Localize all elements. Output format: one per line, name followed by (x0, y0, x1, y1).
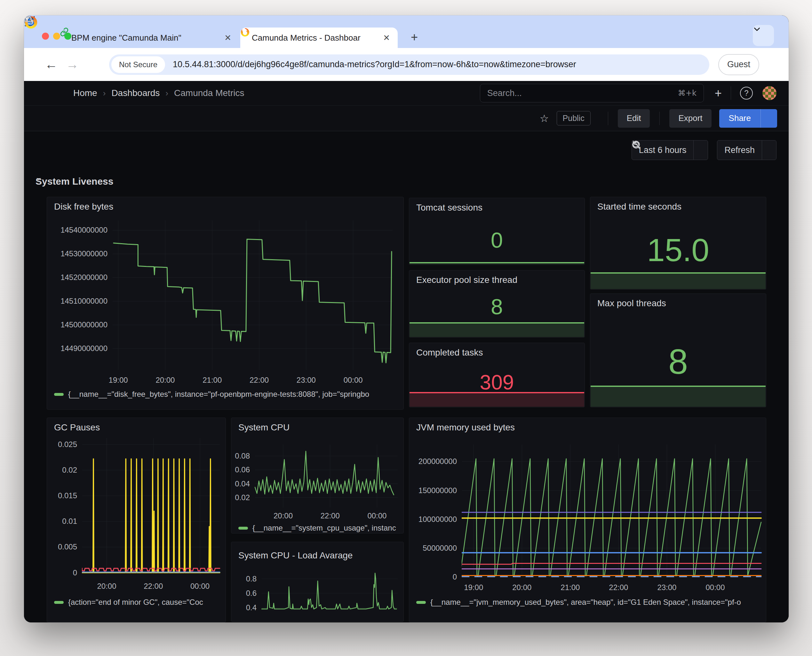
tab-bpm-engine[interactable]: BPM engine "Camunda Main" ✕ (60, 28, 239, 48)
panel-title[interactable]: System CPU - Load Avarage (238, 551, 353, 561)
x-tick-label: 00:00 (178, 582, 222, 591)
search-shortcut: ⌘+k (678, 89, 696, 97)
x-tick-label: 20:00 (500, 583, 544, 592)
legend-label: {__name__="jvm_memory_used_bytes", area=… (430, 598, 741, 607)
new-tab-button[interactable]: + (407, 29, 422, 45)
search-placeholder: Search... (487, 88, 673, 98)
y-tick-label: 14540000000 (47, 225, 108, 235)
legend[interactable]: {action="end of minor GC", cause="Coc (54, 598, 222, 607)
y-tick-label: 0.4 (231, 603, 257, 613)
close-window-button[interactable] (42, 32, 49, 40)
y-tick-label: 14490000000 (47, 343, 108, 354)
browser-window: BPM engine "Camunda Main" ✕ Camunda Metr… (24, 15, 789, 622)
edit-button[interactable]: Edit (618, 109, 650, 128)
refresh-button[interactable]: Refresh (717, 141, 762, 160)
x-tick-label: 23:00 (644, 583, 689, 592)
y-tick-label: 0.06 (231, 465, 250, 475)
user-avatar[interactable] (763, 86, 776, 100)
y-tick-label: 14500000000 (47, 320, 108, 330)
profile-label: Guest (727, 60, 750, 70)
share-menu-button[interactable] (761, 109, 777, 128)
panel-completed-tasks: Completed tasks 309 (409, 343, 585, 407)
panel-title[interactable]: System CPU (238, 422, 289, 433)
y-tick-label: 0.6 (231, 588, 257, 599)
y-tick-label: 0.04 (231, 479, 250, 489)
export-button[interactable]: Export (669, 109, 711, 128)
divider (608, 112, 608, 125)
panel-title[interactable]: Executor pool size thread (416, 275, 517, 285)
stat-value: 8 (409, 294, 585, 319)
y-tick-label: 200000000 (409, 456, 457, 467)
row-system-liveness[interactable]: System Liveness (36, 176, 113, 187)
x-tick-label: 21:00 (190, 376, 235, 385)
y-tick-label: 0.015 (47, 490, 77, 501)
x-tick-label: 19:00 (451, 583, 496, 592)
x-tick-label: 23:00 (284, 376, 329, 385)
series-color-dash (416, 601, 426, 604)
forward-button[interactable]: → (62, 57, 83, 72)
breadcrumb-separator: › (165, 88, 168, 98)
y-tick-label: 0.02 (231, 492, 250, 503)
dashboard-toolbar: ☆ Public Edit Export Share (24, 105, 789, 131)
panel-title[interactable]: Max pool threads (597, 298, 666, 308)
panel-executor-pool-size: Executor pool size thread 8 (409, 270, 585, 337)
legend[interactable]: {__name__="disk_free_bytes", instance="p… (54, 390, 400, 399)
grafana-nav: Home › Dashboards › Camunda Metrics Sear… (24, 81, 789, 105)
disk-free-bytes-chart[interactable]: 1454000000014530000000145200000001451000… (47, 197, 404, 409)
x-tick-label: 21:00 (548, 583, 592, 592)
chevron-down-icon (631, 140, 637, 146)
breadcrumb-dashboards[interactable]: Dashboards (111, 88, 160, 98)
panel-disk-free-bytes: Disk free bytes 145400000001453000000014… (47, 197, 404, 410)
panel-title[interactable]: Disk free bytes (54, 202, 113, 212)
close-icon[interactable]: ✕ (223, 33, 233, 43)
panel-title[interactable]: GC Pauses (54, 422, 100, 433)
security-chip[interactable]: Not Secure (111, 56, 165, 73)
url-text[interactable]: 10.5.44.81:3000/d/dej6hg96c4ge8f/camunda… (173, 60, 576, 70)
breadcrumb-home[interactable]: Home (73, 88, 97, 98)
x-tick-label: 22:00 (308, 511, 353, 520)
profile-button[interactable]: Guest (718, 54, 759, 75)
x-tick-label: 19:00 (96, 376, 141, 385)
zoom-out-button[interactable] (694, 141, 708, 160)
panel-started-time-seconds: Started time seconds 15.0 (590, 197, 766, 289)
panel-max-pool-threads: Max pool threads 8 (590, 294, 766, 407)
panel-title[interactable]: Completed tasks (416, 348, 483, 358)
section-title: System Liveness (36, 176, 113, 187)
system-cpu-chart[interactable]: 0.080.060.040.0220:0022:0000:00 (231, 418, 404, 533)
share-button[interactable]: Share (719, 109, 761, 128)
jvm-memory-chart[interactable]: 20000000015000000010000000050000000019:0… (409, 418, 766, 622)
panel-tomcat-sessions: Tomcat sessions 0 (409, 198, 585, 265)
time-controls: Last 6 hours Refresh (631, 140, 776, 160)
tab-search-button[interactable] (753, 25, 774, 46)
grafana-logo[interactable] (43, 86, 57, 100)
legend-label: {__name__="disk_free_bytes", instance="p… (68, 390, 369, 399)
x-tick-label: 20:00 (261, 511, 306, 520)
refresh-interval-button[interactable] (762, 141, 776, 160)
tab-title: BPM engine "Camunda Main" (71, 33, 218, 43)
tab-strip: BPM engine "Camunda Main" ✕ Camunda Metr… (24, 15, 789, 48)
x-tick-label: 20:00 (143, 376, 187, 385)
panel-title[interactable]: JVM memory used bytes (416, 422, 515, 433)
help-button[interactable]: ? (740, 87, 753, 99)
back-button[interactable]: ← (41, 57, 62, 72)
stat-sparkline (591, 272, 766, 289)
legend[interactable]: {__name__="jvm_memory_used_bytes", area=… (416, 598, 763, 607)
legend[interactable]: {__name__="system_cpu_usage", instanc (238, 523, 400, 532)
y-tick-label: 0.025 (47, 439, 77, 450)
stat-value: 309 (409, 371, 585, 394)
panel-title[interactable]: Tomcat sessions (416, 203, 483, 213)
url-bar[interactable]: Not Secure 10.5.44.81:3000/d/dej6hg96c4g… (109, 54, 709, 75)
minimize-window-button[interactable] (53, 32, 60, 40)
gc-pauses-chart[interactable]: 0.0250.020.0150.010.005020:0022:0000:00 (47, 418, 226, 622)
search-input[interactable]: Search... ⌘+k (480, 84, 704, 102)
tab-camunda-metrics[interactable]: Camunda Metrics - Dashboar ✕ (240, 28, 397, 48)
series-color-dash (54, 393, 63, 396)
panel-title[interactable]: Started time seconds (597, 202, 682, 212)
x-tick-label: 00:00 (693, 583, 738, 592)
add-new-button[interactable]: + (715, 87, 722, 100)
star-icon[interactable]: ☆ (540, 112, 549, 124)
stat-sparkline (410, 322, 584, 337)
plus-icon: + (715, 87, 722, 100)
y-tick-label: 100000000 (409, 514, 457, 524)
close-icon[interactable]: ✕ (382, 33, 391, 43)
